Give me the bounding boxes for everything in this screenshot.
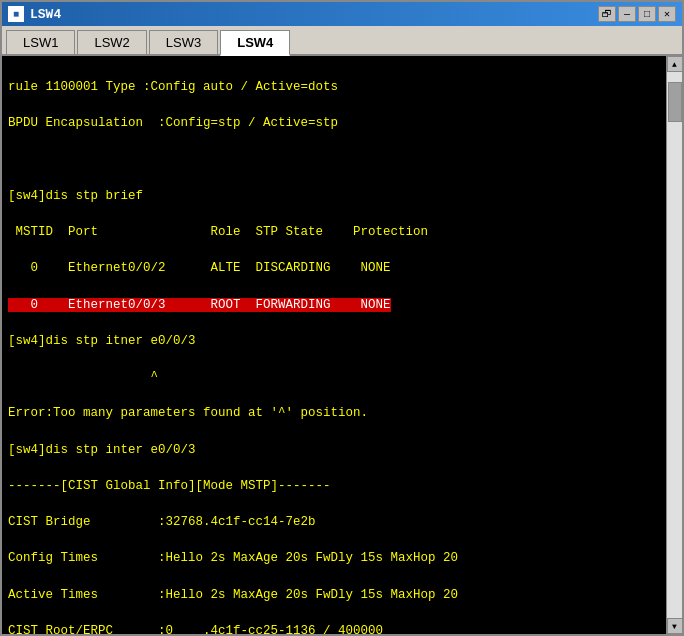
terminal-output[interactable]: rule 1100001 Type :Config auto / Active=… bbox=[2, 56, 666, 634]
line-6: 0 Ethernet0/0/2 ALTE DISCARDING NONE bbox=[8, 259, 662, 277]
line-1: rule 1100001 Type :Config auto / Active=… bbox=[8, 78, 662, 96]
scroll-up-button[interactable]: ▲ bbox=[667, 56, 683, 72]
main-window: ■ LSW4 🗗 — □ ✕ LSW1 LSW2 LSW3 LSW4 rule … bbox=[0, 0, 684, 636]
line-2: BPDU Encapsulation :Config=stp / Active=… bbox=[8, 114, 662, 132]
title-bar: ■ LSW4 🗗 — □ ✕ bbox=[2, 2, 682, 26]
tab-lsw3[interactable]: LSW3 bbox=[149, 30, 218, 54]
line-15: Active Times :Hello 2s MaxAge 20s FwDly … bbox=[8, 586, 662, 604]
line-10: Error:Too many parameters found at '^' p… bbox=[8, 404, 662, 422]
tab-lsw2[interactable]: LSW2 bbox=[77, 30, 146, 54]
tab-bar: LSW1 LSW2 LSW3 LSW4 bbox=[2, 26, 682, 56]
tab-lsw1[interactable]: LSW1 bbox=[6, 30, 75, 54]
line-8: [sw4]dis stp itner e0/0/3 bbox=[8, 332, 662, 350]
close-button[interactable]: ✕ bbox=[658, 6, 676, 22]
scroll-track[interactable] bbox=[667, 72, 682, 618]
line-12: -------[CIST Global Info][Mode MSTP]----… bbox=[8, 477, 662, 495]
title-bar-controls: 🗗 — □ ✕ bbox=[598, 6, 676, 22]
line-3 bbox=[8, 151, 662, 169]
line-14: Config Times :Hello 2s MaxAge 20s FwDly … bbox=[8, 549, 662, 567]
maximize-button[interactable]: □ bbox=[638, 6, 656, 22]
window-icon: ■ bbox=[8, 6, 24, 22]
line-7: 0 Ethernet0/0/3 ROOT FORWARDING NONE bbox=[8, 296, 662, 314]
minimize-button[interactable]: — bbox=[618, 6, 636, 22]
line-16: CIST Root/ERPC :0 .4c1f-cc25-1136 / 4000… bbox=[8, 622, 662, 634]
line-4: [sw4]dis stp brief bbox=[8, 187, 662, 205]
line-13: CIST Bridge :32768.4c1f-cc14-7e2b bbox=[8, 513, 662, 531]
scroll-down-button[interactable]: ▼ bbox=[667, 618, 683, 634]
scroll-thumb[interactable] bbox=[668, 82, 682, 122]
scrollbar[interactable]: ▲ ▼ bbox=[666, 56, 682, 634]
line-11: [sw4]dis stp inter e0/0/3 bbox=[8, 441, 662, 459]
terminal-container: rule 1100001 Type :Config auto / Active=… bbox=[2, 56, 682, 634]
window-title: LSW4 bbox=[30, 7, 61, 22]
line-9: ^ bbox=[8, 368, 662, 386]
title-bar-left: ■ LSW4 bbox=[8, 6, 61, 22]
restore-button[interactable]: 🗗 bbox=[598, 6, 616, 22]
highlighted-row: 0 Ethernet0/0/3 ROOT FORWARDING NONE bbox=[8, 298, 391, 312]
tab-lsw4[interactable]: LSW4 bbox=[220, 30, 290, 56]
line-5: MSTID Port Role STP State Protection bbox=[8, 223, 662, 241]
